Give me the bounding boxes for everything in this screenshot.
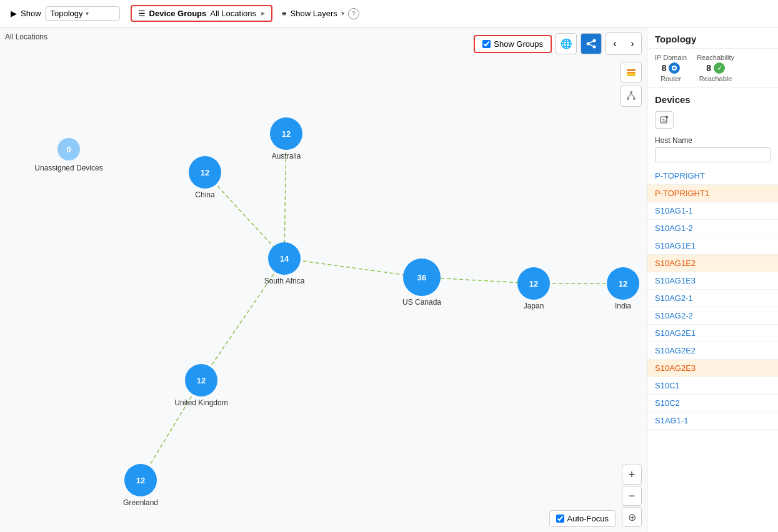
nav-forward-button[interactable]: › — [624, 33, 641, 54]
device-item[interactable]: S10AG1E1 — [647, 237, 778, 255]
svg-text:12: 12 — [197, 376, 206, 385]
topology-node[interactable]: 14 South Africa — [264, 242, 305, 285]
device-item[interactable]: P-TOPRIGHT — [647, 167, 778, 185]
device-item[interactable]: P-TOPRIGHT1 — [647, 185, 778, 202]
topology-node[interactable]: 12 China — [189, 156, 221, 199]
show-groups-checkbox[interactable] — [482, 40, 491, 48]
svg-text:Japan: Japan — [524, 302, 544, 310]
svg-rect-6 — [627, 72, 636, 74]
device-list: P-TOPRIGHTP-TOPRIGHT1S10AG1-1S10AG1-2S10… — [647, 167, 778, 532]
router-icon — [669, 62, 680, 74]
svg-rect-42 — [661, 117, 667, 123]
device-item[interactable]: S10AG2E3 — [647, 360, 778, 377]
device-groups-label: Device Groups — [149, 9, 207, 18]
right-panel: Topology IP Domain 8 Router Reachability… — [647, 27, 778, 532]
svg-text:South Africa: South Africa — [264, 277, 305, 285]
device-item[interactable]: S1AG1-1 — [647, 412, 778, 430]
chevron-down-icon: ▾ — [86, 10, 89, 17]
device-item[interactable]: S10AG1-2 — [647, 220, 778, 237]
stat-reachability: Reachability 8 ✓ Reachable — [697, 54, 734, 82]
topology-node[interactable]: 12 United Kingdom — [174, 364, 227, 407]
device-item[interactable]: S10C1 — [647, 377, 778, 395]
topology-node[interactable]: 12 Australia — [270, 117, 302, 160]
auto-focus-label: Auto-Focus — [567, 514, 609, 523]
globe-icon-btn[interactable]: 🌐 — [556, 33, 577, 54]
svg-text:Greenland: Greenland — [123, 498, 158, 507]
layers-icon: ≡ — [282, 9, 287, 18]
svg-point-2 — [593, 46, 596, 49]
device-item[interactable]: S10AG1E3 — [647, 272, 778, 290]
svg-text:12: 12 — [619, 279, 627, 288]
ip-domain-label: IP Domain — [655, 54, 687, 61]
svg-text:India: India — [615, 302, 631, 310]
device-item[interactable]: S10AG2E2 — [647, 342, 778, 360]
device-groups-value: All Locations — [210, 9, 256, 18]
svg-text:US Canada: US Canada — [402, 298, 441, 307]
hierarchy-icon-btn[interactable] — [621, 86, 642, 107]
topology-icon-btn[interactable] — [581, 33, 602, 54]
panel-title: Topology — [647, 27, 778, 49]
show-select[interactable]: Topology ▾ — [45, 6, 120, 21]
zoom-in-button[interactable]: + — [622, 465, 642, 485]
svg-text:12: 12 — [282, 129, 291, 139]
map-area: All Locations Show Groups 🌐 ‹ › — [0, 27, 647, 532]
svg-line-12 — [631, 94, 634, 97]
topology-node[interactable]: 36 US Canada — [402, 259, 441, 307]
check-icon: ✓ — [714, 62, 725, 74]
show-control[interactable]: ▶ Show Topology ▾ — [5, 3, 126, 24]
hostname-input[interactable] — [655, 147, 771, 162]
devices-toolbar — [647, 109, 778, 132]
show-layers-label: Show Layers — [291, 9, 337, 18]
topology-node[interactable]: 12 Greenland — [123, 464, 158, 507]
device-item[interactable]: S10AG2-2 — [647, 307, 778, 325]
filter-icon: ☰ — [138, 9, 146, 18]
svg-text:12: 12 — [529, 279, 538, 288]
topology-node[interactable]: 12 India — [607, 267, 639, 310]
show-value: Topology — [51, 9, 83, 18]
layers-side-icon-btn[interactable] — [621, 62, 642, 83]
toolbar: ▶ Show Topology ▾ ☰ Device Groups All Lo… — [0, 0, 778, 27]
reachable-label: Reachable — [699, 75, 732, 82]
device-item[interactable]: S10AG1E2 — [647, 255, 778, 272]
topology-edge — [284, 259, 422, 277]
show-groups-button[interactable]: Show Groups — [474, 35, 552, 53]
svg-point-9 — [627, 97, 629, 100]
svg-text:12: 12 — [201, 168, 209, 177]
nav-back-button[interactable]: ‹ — [606, 33, 624, 54]
devices-title: Devices — [647, 88, 778, 109]
export-button[interactable] — [655, 111, 674, 129]
svg-line-3 — [589, 41, 593, 43]
show-label: Show — [21, 9, 41, 18]
map-controls-top: Show Groups 🌐 ‹ › — [474, 32, 642, 55]
zoom-out-button[interactable]: − — [622, 486, 642, 506]
topology-node[interactable]: 0 Unassigned Devices — [34, 138, 102, 172]
auto-focus-button[interactable]: Auto-Focus — [549, 510, 616, 527]
move-button[interactable]: ⊕ — [622, 507, 642, 527]
topology-edge — [141, 380, 201, 480]
device-groups-control[interactable]: ☰ Device Groups All Locations ➤ — [131, 5, 272, 22]
svg-text:United Kingdom: United Kingdom — [174, 398, 227, 407]
reachable-count: 8 — [706, 63, 711, 73]
auto-focus-checkbox[interactable] — [556, 515, 564, 523]
device-item[interactable]: S10AG2E1 — [647, 325, 778, 342]
device-item[interactable]: S10AG2-1 — [647, 290, 778, 307]
reachability-label: Reachability — [697, 54, 734, 61]
help-icon[interactable]: ? — [348, 8, 359, 19]
svg-point-1 — [593, 39, 596, 42]
svg-text:Australia: Australia — [272, 152, 301, 160]
device-item[interactable]: S10AG1-1 — [647, 202, 778, 220]
panel-stats: IP Domain 8 Router Reachability 8 ✓ Reac… — [647, 49, 778, 88]
svg-rect-5 — [627, 69, 636, 71]
topology-node[interactable]: 12 Japan — [517, 267, 550, 310]
show-icon: ▶ — [11, 9, 17, 18]
hostname-label: Host Name — [647, 132, 778, 147]
router-label: Router — [661, 75, 681, 82]
svg-text:Unassigned Devices: Unassigned Devices — [34, 164, 102, 172]
all-locations-label: All Locations — [5, 32, 47, 41]
svg-text:0: 0 — [66, 145, 71, 154]
show-layers-control[interactable]: ≡ Show Layers ▾ ? — [275, 5, 366, 22]
svg-text:12: 12 — [136, 476, 145, 485]
show-groups-label: Show Groups — [494, 39, 543, 49]
device-item[interactable]: S10C2 — [647, 395, 778, 412]
router-count: 8 — [662, 63, 667, 73]
